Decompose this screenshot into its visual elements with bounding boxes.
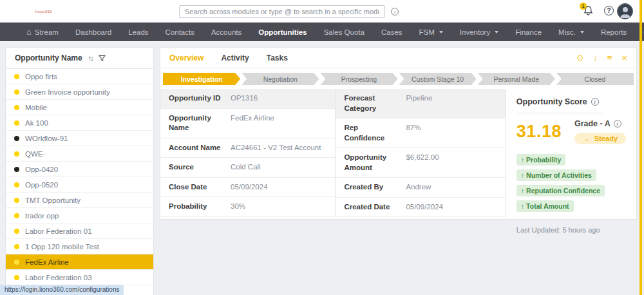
list-item[interactable]: Opp-0520	[6, 177, 153, 193]
list-item-selected[interactable]: FedEx Airline	[6, 254, 153, 270]
list-item[interactable]: QWE-	[6, 146, 153, 162]
content-area: Opportunity Name ↑↓ Oppo firts Green Inv…	[0, 42, 644, 295]
person-icon	[618, 4, 633, 19]
last-updated-text: Last Updated: 5 hours ago	[516, 226, 626, 234]
target-icon[interactable]: ⊙	[576, 53, 583, 62]
factor-badge-probability: ↑Probability	[516, 154, 566, 166]
score-grade: Grade - A	[574, 119, 611, 128]
status-dot-icon	[14, 244, 19, 249]
stage-prospecting[interactable]: Prospecting	[320, 73, 397, 85]
nav-item-cases[interactable]: Cases	[373, 23, 411, 41]
stage-negotiation[interactable]: Negotiation	[242, 73, 319, 85]
status-dot-icon	[14, 260, 19, 265]
list-header-title: Opportunity Name	[15, 53, 82, 62]
factor-badge-number-of-activities: ↑Number of Activities	[516, 169, 596, 181]
notification-badge: 1	[580, 3, 587, 10]
user-avatar[interactable]	[617, 3, 633, 19]
tab-activity[interactable]: Activity	[221, 53, 249, 62]
steady-arrow-icon: →	[583, 135, 590, 142]
up-arrow-icon: ↑	[521, 156, 524, 164]
list-item[interactable]: Mobile	[6, 100, 153, 115]
grade-info-icon[interactable]: i	[614, 120, 621, 128]
status-dot-icon	[14, 74, 19, 79]
chevron-down-icon	[495, 31, 498, 33]
opportunity-detail-panel: Overview Activity Tasks ⊙ ↓ ≡ × Investig…	[160, 47, 637, 220]
search-info-icon[interactable]: i	[391, 8, 399, 15]
trend-badge: → Steady	[574, 133, 626, 144]
field-source: Source Cold Call	[160, 158, 335, 178]
score-info-icon[interactable]: i	[591, 98, 599, 106]
menu-icon[interactable]: ≡	[607, 53, 612, 62]
nav-item-dashboard[interactable]: Dashboard	[67, 23, 120, 41]
field-created-date: Created Date 05/09/2024	[336, 198, 505, 218]
list-item[interactable]: Labor Federation 01	[6, 224, 153, 239]
stage-personal-made[interactable]: Personal Made	[478, 73, 555, 85]
fields-column-right: Forecast Category Pipeline Rep Confidenc…	[335, 89, 505, 216]
nav-item-finance[interactable]: Finance	[507, 23, 550, 41]
list-item[interactable]: Oppo firts	[6, 69, 153, 84]
opportunity-score-panel: Opportunity Score i 31.18 Grade - A i → …	[506, 89, 636, 216]
sort-icon[interactable]: ↑↓	[88, 54, 93, 62]
status-dot-icon	[14, 120, 19, 126]
nav-item-fsm[interactable]: FSM	[411, 23, 451, 41]
factor-badge-reputation-confidence: ↑Reputation Confidence	[516, 185, 605, 196]
list-item[interactable]: Labor Federation 03	[6, 270, 153, 285]
nav-item-sales-quota[interactable]: Sales Quota	[316, 23, 373, 41]
filter-icon[interactable]	[99, 55, 106, 62]
brand-logo: liono360	[35, 10, 52, 14]
nav-item-reports[interactable]: Reports	[592, 23, 635, 41]
notifications-button[interactable]: 1	[583, 5, 594, 17]
up-arrow-icon: ↑	[521, 187, 524, 195]
divider	[516, 113, 604, 113]
status-dot-icon	[14, 213, 19, 218]
nav-item-opportunities[interactable]: Opportunities	[250, 23, 315, 41]
status-dot-icon	[14, 90, 19, 95]
status-dot-icon	[14, 229, 19, 234]
nav-item-inventory[interactable]: Inventory	[451, 23, 507, 41]
global-search-input[interactable]	[179, 5, 385, 18]
nav-item-stream[interactable]: ⌂ Stream	[18, 23, 67, 41]
help-button[interactable]: ?	[604, 6, 614, 15]
up-arrow-icon: ↑	[521, 202, 524, 210]
field-probability: Probability 30%	[160, 197, 335, 217]
status-dot-icon	[14, 151, 19, 157]
nav-item-contacts[interactable]: Contacts	[157, 23, 203, 41]
nav-item-misc[interactable]: Misc.	[550, 23, 592, 41]
home-icon: ⌂	[26, 28, 32, 36]
stage-investigation[interactable]: Investigation	[163, 73, 240, 85]
download-icon[interactable]: ↓	[593, 53, 598, 62]
nav-item-leads[interactable]: Leads	[120, 23, 156, 41]
field-opportunity-amount: Opportunity Amount $6,622.00	[336, 148, 505, 178]
field-rep-confidence: Rep Confidence 87%	[336, 119, 505, 148]
status-dot-icon	[14, 105, 19, 110]
tab-tasks[interactable]: Tasks	[267, 53, 288, 62]
stage-custom-stage-10[interactable]: Custom Stage 10	[399, 73, 477, 85]
list-item[interactable]: Green Invoice opportunity	[6, 84, 153, 100]
list-item[interactable]: TMT Opportunity	[6, 193, 153, 208]
chevron-down-icon	[580, 31, 584, 33]
list-item[interactable]: Ak 100	[6, 115, 153, 131]
right-edge-stripe	[639, 0, 642, 295]
score-factors: ↑Probability ↑Number of Activities ↑Repu…	[516, 154, 626, 212]
status-dot-icon	[14, 275, 19, 280]
stage-closed[interactable]: Closed	[556, 73, 634, 85]
list-item[interactable]: Opp-0420	[6, 162, 153, 177]
status-dot-icon	[14, 198, 19, 203]
list-header: Opportunity Name ↑↓	[6, 48, 153, 69]
detail-tabs: Overview Activity Tasks ⊙ ↓ ≡ ×	[160, 48, 636, 68]
list-item[interactable]: WOrkflow-91	[6, 131, 153, 146]
close-icon[interactable]: ×	[621, 53, 627, 62]
field-close-date: Close Date 05/09/2024	[160, 178, 335, 198]
field-account-name: Account Name AC24661 - V2 Test Account	[160, 138, 335, 158]
score-title: Opportunity Score	[516, 97, 587, 106]
list-item[interactable]: trador opp	[6, 208, 153, 224]
fields-column-left: Opportunity ID OP1316 Opportunity Name F…	[160, 89, 335, 216]
stage-progress-bar: Investigation Negotiation Prospecting Cu…	[163, 73, 634, 85]
field-forecast-category: Forecast Category Pipeline	[336, 89, 505, 119]
nav-item-accounts[interactable]: Accounts	[203, 23, 250, 41]
up-arrow-icon: ↑	[521, 171, 524, 179]
tab-overview[interactable]: Overview	[169, 53, 204, 62]
status-bar-url: https://login.liono360.com/configuration…	[0, 285, 124, 295]
list-item[interactable]: 1 Opp 120 mobile Test	[6, 239, 153, 254]
main-nav: ⌂ Stream Dashboard Leads Contacts Accoun…	[0, 23, 644, 41]
